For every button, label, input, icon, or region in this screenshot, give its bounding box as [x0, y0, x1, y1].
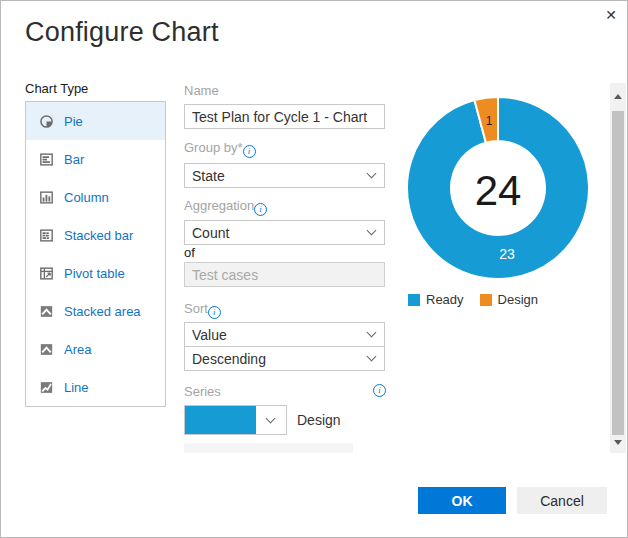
info-icon[interactable] — [254, 203, 267, 216]
pivot-table-icon — [39, 266, 54, 281]
legend-swatch-ready — [408, 294, 420, 306]
series-name: Design — [297, 412, 341, 428]
sort-label: Sort — [184, 301, 221, 319]
chevron-down-icon — [367, 328, 377, 338]
configure-chart-dialog: ✕ Configure Chart Chart Type Pie Bar Col… — [0, 0, 628, 538]
sort-field-value: Value — [192, 327, 227, 343]
stacked-area-chart-icon — [39, 304, 54, 319]
aggregation-label-text: Aggregation — [184, 198, 254, 213]
chart-type-label: Pie — [64, 114, 83, 129]
chart-type-label: Column — [64, 190, 109, 205]
aggregation-value: Count — [192, 225, 229, 241]
sort-field-select[interactable]: Value — [184, 322, 385, 347]
donut-chart: 24 23 1 — [400, 90, 596, 286]
chart-preview: 24 23 1 — [400, 90, 596, 286]
aggregation-select[interactable]: Count — [184, 220, 385, 245]
chevron-down-icon — [367, 169, 377, 179]
close-icon[interactable]: ✕ — [605, 8, 617, 22]
series-row-partial — [184, 443, 353, 453]
chart-type-item-stacked-area[interactable]: Stacked area — [26, 292, 165, 330]
chart-type-heading: Chart Type — [25, 81, 88, 96]
scroll-down-icon[interactable] — [614, 440, 622, 445]
of-field: Test cases — [184, 262, 385, 287]
column-chart-icon — [39, 190, 54, 205]
chart-type-list: Pie Bar Column Stacked bar Pivot table — [25, 101, 166, 407]
name-label: Name — [184, 83, 219, 98]
group-by-label-text: Group by* — [184, 140, 243, 155]
info-icon[interactable] — [243, 145, 256, 158]
chart-type-label: Stacked bar — [64, 228, 133, 243]
line-chart-icon — [39, 380, 54, 395]
scrollbar-thumb[interactable] — [612, 111, 624, 435]
chart-type-item-stacked-bar[interactable]: Stacked bar — [26, 216, 165, 254]
stacked-bar-chart-icon — [39, 228, 54, 243]
chart-type-item-pivot-table[interactable]: Pivot table — [26, 254, 165, 292]
chart-legend: Ready Design — [408, 292, 554, 307]
cancel-button[interactable]: Cancel — [517, 487, 607, 514]
group-by-select[interactable]: State — [184, 163, 385, 188]
donut-value-design: 1 — [486, 114, 493, 128]
of-label: of — [184, 245, 195, 260]
vertical-scrollbar[interactable] — [610, 83, 626, 453]
chevron-down-icon — [266, 413, 276, 423]
donut-center-total: 24 — [475, 167, 522, 214]
series-color-swatch — [185, 406, 256, 434]
chart-type-item-area[interactable]: Area — [26, 330, 165, 368]
group-by-label: Group by* — [184, 140, 256, 158]
sort-direction-value: Descending — [192, 351, 266, 367]
sort-direction-select[interactable]: Descending — [184, 346, 385, 371]
chevron-down-icon — [367, 352, 377, 362]
info-icon[interactable] — [373, 384, 386, 397]
chart-type-label: Stacked area — [64, 304, 141, 319]
chart-type-label: Area — [64, 342, 91, 357]
aggregation-label: Aggregation — [184, 198, 267, 216]
chart-type-item-column[interactable]: Column — [26, 178, 165, 216]
legend-label-ready: Ready — [426, 292, 464, 307]
series-color-select[interactable] — [184, 405, 287, 435]
chart-type-label: Pivot table — [64, 266, 125, 281]
info-icon[interactable] — [208, 306, 221, 319]
pie-chart-icon — [39, 114, 54, 129]
name-input[interactable] — [184, 104, 385, 129]
scroll-up-icon[interactable] — [614, 94, 622, 99]
dialog-title: Configure Chart — [25, 17, 219, 48]
group-by-value: State — [192, 168, 225, 184]
ok-button[interactable]: OK — [418, 487, 506, 514]
area-chart-icon — [39, 342, 54, 357]
chart-type-item-line[interactable]: Line — [26, 368, 165, 406]
bar-chart-icon — [39, 152, 54, 167]
donut-value-ready: 23 — [499, 246, 515, 262]
sort-label-text: Sort — [184, 301, 208, 316]
legend-label-design: Design — [498, 292, 538, 307]
legend-swatch-design — [480, 294, 492, 306]
chart-type-label: Line — [64, 380, 89, 395]
chevron-down-icon — [367, 226, 377, 236]
series-label: Series — [184, 384, 221, 399]
chart-type-item-bar[interactable]: Bar — [26, 140, 165, 178]
chart-type-item-pie[interactable]: Pie — [26, 102, 165, 140]
chart-type-label: Bar — [64, 152, 84, 167]
